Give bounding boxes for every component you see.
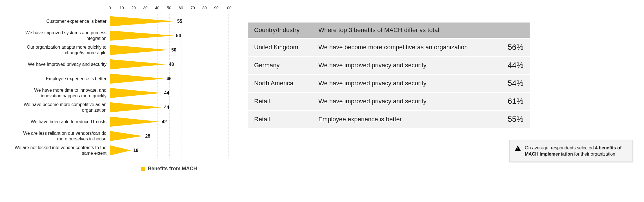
bar-shape (110, 117, 159, 127)
bar-value: 42 (162, 119, 167, 124)
table-cell-segment: United Kingdom (248, 38, 312, 56)
x-tick: 60 (179, 6, 183, 10)
bar-shape (110, 45, 169, 55)
bar-row: We are less reliant on our vendors/can d… (110, 129, 228, 143)
bar-value: 55 (177, 19, 182, 24)
page: 0102030405060708090100 Customer experien… (0, 0, 644, 202)
bar-label: We are less reliant on our vendors/can d… (14, 131, 106, 142)
x-tick: 30 (143, 6, 148, 10)
benefits-diff-table: Country/Industry Where top 3 benefits of… (248, 23, 530, 129)
bar-row: Employee experience is better46 (110, 71, 228, 86)
gridline (228, 14, 229, 158)
table-cell-benefit: We have improved privacy and security (312, 74, 492, 92)
bar-row: We have become more competitive as an or… (110, 100, 228, 115)
table-cell-segment: Retail (248, 110, 312, 128)
table-cell-pct: 44% (492, 56, 530, 74)
bar-row: Our organization adapts more quickly to … (110, 43, 228, 57)
bar-row: We are not locked into vendor contracts … (110, 143, 228, 158)
bar-label: Employee experience is better (14, 76, 106, 82)
x-tick: 50 (167, 6, 171, 10)
table-row: GermanyWe have improved privacy and secu… (248, 56, 530, 74)
bar-shape (110, 74, 164, 84)
table-cell-benefit: We have improved privacy and security (312, 56, 492, 74)
bar-row: We have improved privacy and security48 (110, 57, 228, 71)
chart-panel: 0102030405060708090100 Customer experien… (11, 6, 231, 194)
bar-label: We have improved privacy and security (14, 62, 106, 67)
x-tick: 10 (119, 6, 124, 10)
bar-shape (110, 31, 174, 41)
bar-value: 28 (145, 134, 150, 139)
x-tick: 100 (225, 6, 231, 10)
x-tick: 70 (190, 6, 195, 10)
bar-value: 44 (164, 91, 169, 96)
chart-legend: Benefits from MACH (141, 166, 197, 172)
table-row: North AmericaWe have improved privacy an… (248, 74, 530, 92)
legend-swatch (141, 167, 145, 171)
legend-label: Benefits from MACH (148, 166, 197, 172)
table-cell-pct: 54% (492, 74, 530, 92)
note-prefix: On average, respondents selected (525, 145, 595, 150)
table-cell-benefit: We have improved privacy and security (312, 92, 492, 110)
bar-value: 54 (176, 33, 181, 38)
bar-shape (110, 102, 162, 113)
bar-label: We have improved systems and process int… (14, 30, 106, 41)
bar-shape (110, 131, 143, 141)
bar-label: Our organization adapts more quickly to … (14, 44, 106, 56)
x-axis-ticks: 0102030405060708090100 (110, 6, 228, 14)
x-tick: 90 (214, 6, 219, 10)
bar-shape (110, 88, 162, 98)
bar-value: 50 (171, 48, 176, 53)
table-row: United KingdomWe have become more compet… (248, 38, 530, 56)
note-suffix: for their organization (573, 152, 615, 156)
bar-row: We have improved systems and process int… (110, 28, 228, 43)
table-row: RetailWe have improved privacy and secur… (248, 92, 530, 110)
chart-bars: Customer experience is better55We have i… (110, 14, 228, 158)
bar-shape (110, 16, 175, 26)
svg-rect-0 (518, 147, 518, 149)
x-tick: 80 (202, 6, 207, 10)
table-cell-pct: 61% (492, 92, 530, 110)
warning-icon (515, 145, 521, 152)
table-cell-segment: Retail (248, 92, 312, 110)
bar-value: 48 (169, 62, 174, 67)
table-cell-benefit: Employee experience is better (312, 110, 492, 128)
table-header-segment: Country/Industry (248, 23, 312, 38)
bar-shape (110, 59, 167, 69)
table-cell-segment: Germany (248, 56, 312, 74)
svg-rect-1 (518, 150, 518, 150)
bar-label: We are not locked into vendor contracts … (14, 145, 106, 156)
bar-label: We have become more competitive as an or… (14, 102, 106, 113)
table-header-benefit: Where top 3 benefits of MACH differ vs t… (312, 23, 530, 38)
bar-label: We have been able to reduce IT costs (14, 119, 106, 125)
bar-label: Customer experience is better (14, 19, 106, 24)
bar-chart: 0102030405060708090100 Customer experien… (110, 6, 228, 158)
bar-label: We have more time to innovate, and innov… (14, 87, 106, 99)
table-row: RetailEmployee experience is better55% (248, 110, 530, 128)
table-cell-pct: 56% (492, 38, 530, 56)
bar-row: We have more time to innovate, and innov… (110, 86, 228, 100)
x-tick: 0 (109, 6, 111, 10)
bar-value: 18 (134, 148, 139, 153)
table-cell-benefit: We have become more competitive as an or… (312, 38, 492, 56)
x-tick: 20 (131, 6, 136, 10)
bar-row: Customer experience is better55 (110, 14, 228, 28)
note-box: On average, respondents selected 4 benef… (509, 140, 633, 162)
table-cell-pct: 55% (492, 110, 530, 128)
note-text: On average, respondents selected 4 benef… (525, 145, 627, 157)
right-panel: Country/Industry Where top 3 benefits of… (231, 6, 633, 194)
bar-row: We have been able to reduce IT costs42 (110, 115, 228, 129)
table-cell-segment: North America (248, 74, 312, 92)
bar-shape (110, 145, 131, 156)
x-tick: 40 (155, 6, 159, 10)
bar-value: 46 (166, 76, 172, 81)
bar-value: 44 (164, 105, 169, 110)
